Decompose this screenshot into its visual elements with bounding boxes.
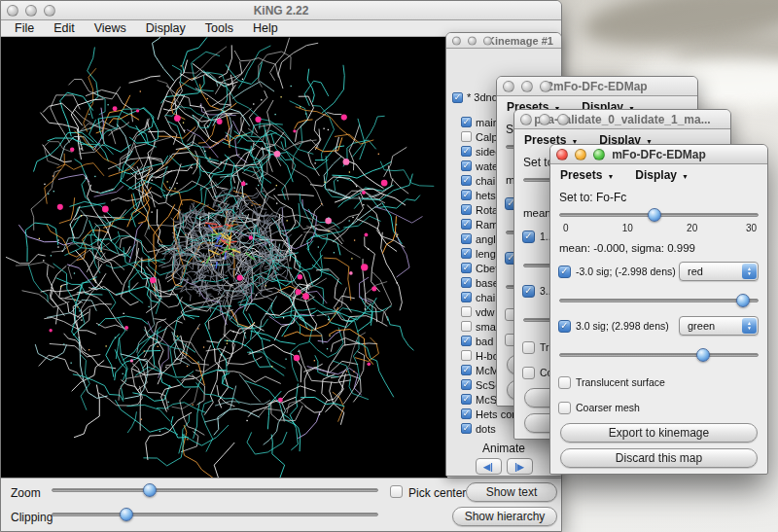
item-checkbox[interactable]: [461, 248, 472, 259]
maximize-icon[interactable]: [44, 5, 55, 17]
window-titlebar[interactable]: mFo-DFc-EDMap: [550, 145, 767, 164]
presets-menu[interactable]: Presets▼: [560, 168, 614, 182]
maximize-icon[interactable]: [593, 149, 605, 160]
item-checkbox[interactable]: [461, 306, 472, 317]
slider-thumb[interactable]: [648, 208, 661, 222]
minimize-icon[interactable]: [539, 114, 550, 125]
coarser-checkbox[interactable]: [558, 402, 571, 414]
item-checkbox[interactable]: [461, 190, 472, 200]
contour2-checkbox[interactable]: [522, 285, 535, 298]
close-icon[interactable]: [520, 114, 532, 125]
close-icon[interactable]: [556, 149, 568, 160]
maximize-icon[interactable]: [557, 114, 569, 125]
export-button[interactable]: Export to kinemage: [560, 423, 758, 443]
item-checkbox[interactable]: [461, 321, 472, 332]
coarser-checkbox[interactable]: [522, 367, 535, 379]
translucent-checkbox[interactable]: [558, 376, 571, 389]
tick-label: 20: [687, 223, 697, 233]
menu-file[interactable]: File: [5, 21, 44, 35]
close-icon[interactable]: [452, 36, 461, 45]
item-checkbox[interactable]: [461, 379, 472, 390]
close-icon[interactable]: [503, 81, 514, 92]
item-checkbox[interactable]: [461, 394, 472, 405]
menu-edit[interactable]: Edit: [44, 21, 85, 35]
window-controls: [7, 5, 55, 17]
window-title: Kinemage #1: [487, 35, 553, 47]
coarser-row: Coarser mesh: [558, 400, 640, 415]
item-checkbox[interactable]: [461, 146, 472, 157]
item-checkbox[interactable]: [461, 117, 472, 127]
menu-help[interactable]: Help: [243, 21, 288, 35]
kinemage-titlebar[interactable]: Kinemage #1: [446, 33, 561, 49]
menu-tools[interactable]: Tools: [195, 21, 243, 35]
tick-label: 0: [563, 223, 569, 233]
item-checkbox[interactable]: [461, 131, 472, 142]
contour2-checkbox[interactable]: [558, 320, 571, 333]
step-back-icon: ◀|: [483, 462, 492, 472]
step-back-button[interactable]: ◀|: [476, 458, 502, 475]
slider-thumb[interactable]: [696, 348, 710, 362]
maximize-icon[interactable]: [483, 36, 492, 45]
contour1-label: -3.0 sig; (-2.998 dens): [576, 266, 676, 277]
chevron-down-icon: ▼: [682, 173, 689, 180]
item-checkbox[interactable]: [461, 204, 472, 215]
clipping-label: Clipping: [11, 511, 53, 524]
zoom-label: Zoom: [11, 486, 41, 500]
graphics-area[interactable]: [1, 37, 447, 479]
item-checkbox[interactable]: [461, 219, 472, 230]
zoom-slider[interactable]: [52, 482, 378, 498]
minimize-icon[interactable]: [521, 81, 533, 92]
minimize-icon[interactable]: [468, 36, 477, 45]
item-checkbox[interactable]: [461, 160, 472, 171]
slider-thumb[interactable]: [736, 294, 750, 307]
king-titlebar[interactable]: KiNG 2.22: [1, 1, 561, 20]
edmap-fofc-window[interactable]: mFo-DFc-EDMap Presets▼ Display▼ Set to: …: [549, 144, 768, 475]
item-checkbox[interactable]: [461, 175, 472, 186]
display-menu[interactable]: Display▼: [635, 168, 689, 182]
item-checkbox[interactable]: [461, 336, 472, 346]
menu-views[interactable]: Views: [85, 21, 136, 35]
item-checkbox[interactable]: [461, 423, 472, 434]
item-checkbox[interactable]: [461, 365, 472, 375]
tick-label: 30: [746, 223, 757, 233]
show-text-button[interactable]: Show text: [466, 482, 557, 502]
clipping-slider-thumb[interactable]: [120, 508, 133, 521]
tick-label: 10: [622, 223, 633, 233]
step-forward-button[interactable]: |▶: [507, 458, 533, 475]
contour1-color-select[interactable]: red ▲▼: [679, 262, 759, 281]
contour1-checkbox[interactable]: [558, 266, 571, 278]
window-title: KiNG 2.22: [254, 4, 309, 18]
item-checkbox[interactable]: [461, 263, 472, 273]
show-hierarchy-button[interactable]: Show hierarchy: [452, 507, 557, 526]
pick-center-checkbox[interactable]: [390, 485, 403, 498]
maximize-icon[interactable]: [540, 81, 551, 92]
zoom-slider-thumb[interactable]: [143, 483, 157, 497]
contour1-checkbox[interactable]: [522, 231, 535, 243]
item-checkbox[interactable]: [461, 292, 472, 302]
animate-controls: ◀| |▶: [446, 458, 561, 475]
window-titlebar[interactable]: pka-validate_0_validate_1_ma...: [514, 110, 730, 129]
item-label: dots: [476, 423, 496, 435]
item-checkbox[interactable]: [461, 350, 472, 361]
view-controls-bar: Zoom Pick center Show text Clipping Show…: [1, 478, 561, 531]
contour1-slider[interactable]: [559, 293, 759, 308]
translucent-checkbox[interactable]: [522, 341, 535, 354]
discard-button[interactable]: Discard this map: [560, 448, 758, 468]
item-checkbox[interactable]: [461, 408, 472, 419]
close-icon[interactable]: [7, 5, 18, 17]
window-titlebar[interactable]: 2mFo-DFc-EDMap: [497, 77, 697, 96]
item-checkbox[interactable]: [461, 233, 472, 244]
minimize-icon[interactable]: [575, 149, 586, 160]
contour2-color-select[interactable]: green ▲▼: [679, 316, 759, 336]
clipping-slider[interactable]: [52, 507, 378, 522]
slider-track: [559, 299, 759, 302]
minimize-icon[interactable]: [25, 5, 37, 17]
slider-tick-labels: 0 10 20 30: [561, 223, 757, 234]
menu-display[interactable]: Display: [136, 21, 195, 35]
level-slider[interactable]: [559, 207, 759, 223]
item-checkbox[interactable]: [461, 277, 472, 288]
map-stats: mean: -0.000, sigma: 0.999: [559, 242, 695, 254]
contour2-slider[interactable]: [559, 347, 759, 363]
item-checkbox[interactable]: [452, 92, 463, 103]
window-controls: [520, 114, 569, 125]
